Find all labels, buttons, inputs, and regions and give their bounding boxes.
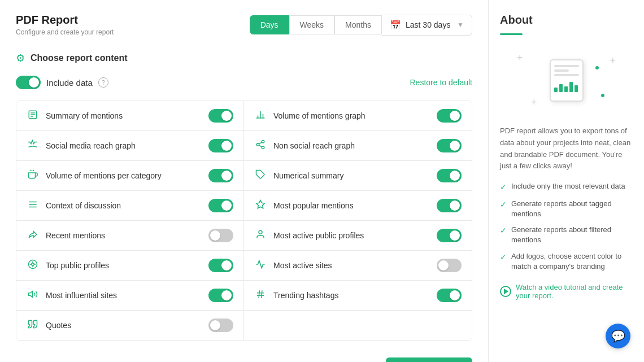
feature-item-0: ✓Include only the most relevant data — [500, 181, 633, 193]
grid-item-volume-graph: Volume of mentions graph — [244, 101, 472, 131]
days-button[interactable]: Days — [250, 15, 289, 34]
item-left-volume-graph: Volume of mentions graph — [254, 110, 365, 123]
active-sites-toggle[interactable] — [437, 259, 462, 272]
svg-point-21 — [259, 230, 262, 234]
numerical-label: Numerical summary — [273, 171, 343, 180]
non-social-toggle[interactable] — [437, 139, 462, 152]
help-icon[interactable]: ? — [98, 77, 108, 88]
calendar-icon: 📅 — [390, 20, 401, 30]
about-features: ✓Include only the most relevant data✓Gen… — [500, 181, 633, 272]
grid-item-summary: Summary of mentions — [16, 101, 244, 131]
active-profiles-toggle[interactable] — [437, 229, 462, 242]
item-left-active-sites: Most active sites — [254, 259, 332, 272]
doc-illustration — [550, 59, 584, 102]
context-toggle[interactable] — [208, 199, 233, 212]
active-sites-icon — [254, 259, 267, 272]
feature-text-0: Include only the most relevant data — [511, 181, 625, 191]
influential-sites-toggle[interactable] — [208, 289, 233, 302]
influential-sites-label: Most influential sites — [46, 291, 117, 300]
summary-icon — [27, 110, 39, 123]
about-divider — [500, 33, 523, 35]
recent-toggle[interactable] — [208, 229, 233, 242]
plus-deco-2: + — [610, 55, 616, 67]
dot-deco-2 — [601, 94, 604, 97]
grid-item-volume-category: Volume of mentions per category — [16, 161, 244, 191]
popular-toggle[interactable] — [437, 199, 462, 212]
svg-line-32 — [262, 290, 263, 298]
gear-icon: ⚙ — [16, 52, 25, 64]
grid-item-top-profiles: Top public profiles — [16, 251, 244, 281]
plus-deco-1: + — [517, 52, 523, 64]
svg-point-9 — [256, 143, 259, 146]
chevron-down-icon: ▼ — [457, 21, 464, 29]
grid-item-active-sites: Most active sites — [244, 251, 472, 281]
plus-deco-3: + — [531, 97, 537, 108]
item-left-context: Context of discussion — [27, 199, 121, 212]
grid-item-recent: Recent mentions — [16, 221, 244, 251]
video-link-text: Watch a video tutorial and create your r… — [516, 283, 633, 300]
section-header: ⚙ Choose report content — [16, 52, 472, 64]
item-left-social-reach: Social media reach graph — [27, 139, 136, 152]
include-data-toggle[interactable] — [16, 76, 41, 89]
volume-category-icon — [27, 169, 39, 182]
item-left-top-profiles: Top public profiles — [27, 259, 109, 272]
top-profiles-toggle[interactable] — [208, 259, 233, 272]
date-range-text: Last 30 days — [406, 20, 450, 29]
svg-point-8 — [262, 140, 264, 143]
numerical-toggle[interactable] — [437, 169, 462, 182]
restore-default-link[interactable]: Restore to default — [410, 78, 472, 87]
top-profiles-icon — [27, 259, 39, 272]
grid-item-social-reach: Social media reach graph — [16, 131, 244, 161]
context-icon — [27, 199, 39, 212]
page-title: PDF Report — [16, 14, 114, 27]
non-social-icon — [254, 139, 267, 152]
feature-text-1: Generate reports about tagged mentions — [511, 199, 633, 219]
item-left-non-social: Non social reach graph — [254, 139, 355, 152]
generate-report-button[interactable]: Generate report — [386, 357, 472, 362]
hashtags-label: Trending hashtags — [273, 291, 338, 300]
about-description: PDF report allows you to export tons of … — [500, 125, 633, 172]
summary-toggle[interactable] — [208, 109, 233, 123]
item-left-active-profiles: Most active public profiles — [254, 229, 364, 242]
quotes-label: Quotes — [46, 321, 71, 330]
chat-bubble[interactable]: 💬 — [606, 324, 630, 348]
recent-icon — [27, 229, 39, 242]
quotes-toggle[interactable] — [208, 319, 233, 332]
check-icon-3: ✓ — [500, 252, 507, 263]
play-icon — [500, 286, 511, 297]
video-tutorial-link[interactable]: Watch a video tutorial and create your r… — [500, 283, 633, 300]
grid-item-influential-sites: Most influential sites — [16, 281, 244, 311]
non-social-label: Non social reach graph — [273, 141, 355, 150]
grid-item-active-profiles: Most active public profiles — [244, 221, 472, 251]
chat-icon: 💬 — [611, 329, 625, 343]
grid-item-hashtags: Trending hashtags — [244, 281, 472, 311]
feature-text-2: Generate reports about filtered mentions — [511, 225, 633, 245]
feature-item-2: ✓Generate reports about filtered mention… — [500, 225, 633, 245]
svg-line-31 — [259, 290, 260, 298]
check-icon-0: ✓ — [500, 182, 507, 193]
item-left-numerical: Numerical summary — [254, 169, 343, 182]
time-controls: Days Weeks Months 📅 Last 30 days ▼ — [250, 15, 472, 36]
months-button[interactable]: Months — [334, 15, 382, 34]
hashtags-toggle[interactable] — [437, 289, 462, 302]
social-reach-toggle[interactable] — [208, 139, 233, 152]
item-left-hashtags: Trending hashtags — [254, 289, 338, 302]
active-profiles-label: Most active public profiles — [273, 231, 364, 240]
date-range-picker[interactable]: 📅 Last 30 days ▼ — [382, 15, 472, 36]
grid-item-numerical: Numerical summary — [244, 161, 472, 191]
svg-point-10 — [262, 146, 264, 149]
volume-category-toggle[interactable] — [208, 169, 233, 182]
item-left-summary: Summary of mentions — [27, 110, 123, 123]
context-label: Context of discussion — [46, 201, 121, 210]
about-illustration: + + + — [500, 46, 633, 114]
weeks-button[interactable]: Weeks — [289, 15, 335, 34]
section-title: Choose report content — [31, 53, 128, 63]
hashtags-icon — [254, 289, 267, 302]
include-data-label: Include data — [46, 78, 93, 88]
grid-item-non-social: Non social reach graph — [244, 131, 472, 161]
volume-graph-toggle[interactable] — [437, 109, 462, 123]
check-icon-2: ✓ — [500, 225, 507, 237]
recent-label: Recent mentions — [46, 231, 105, 240]
grid-item-quotes: Quotes — [16, 311, 244, 340]
item-left-quotes: Quotes — [27, 319, 71, 332]
